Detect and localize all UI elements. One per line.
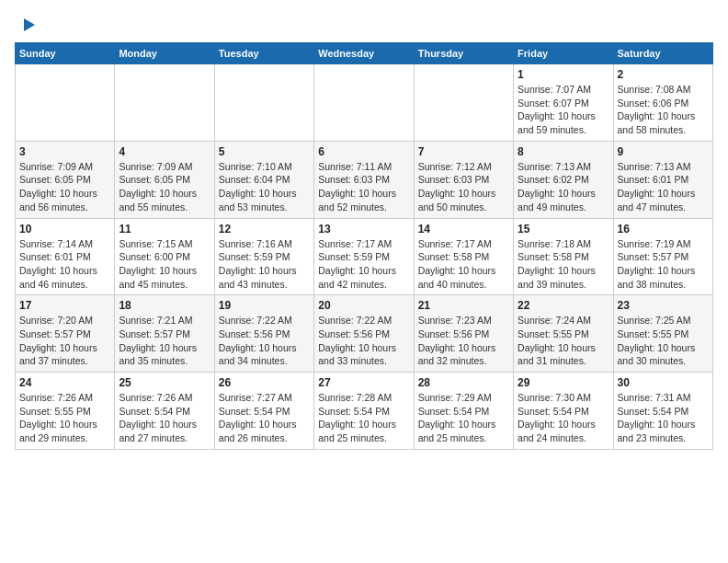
day-number: 11 (119, 223, 210, 236)
calendar-day-cell: 7Sunrise: 7:12 AM Sunset: 6:03 PM Daylig… (414, 141, 513, 218)
day-number: 14 (418, 223, 509, 236)
day-number: 21 (418, 299, 509, 312)
day-of-week-header: Saturday (613, 43, 712, 64)
day-number: 13 (318, 223, 409, 236)
day-number: 8 (518, 145, 609, 158)
calendar-day-cell (16, 64, 115, 142)
day-number: 18 (119, 299, 210, 312)
calendar-day-cell: 23Sunrise: 7:25 AM Sunset: 5:55 PM Dayli… (613, 295, 712, 373)
day-info: Sunrise: 7:09 AM Sunset: 6:05 PM Dayligh… (119, 160, 210, 214)
calendar-week-row: 10Sunrise: 7:14 AM Sunset: 6:01 PM Dayli… (16, 218, 713, 295)
day-number: 19 (219, 299, 310, 312)
calendar-day-cell: 15Sunrise: 7:18 AM Sunset: 5:58 PM Dayli… (514, 218, 613, 295)
calendar-day-cell: 9Sunrise: 7:13 AM Sunset: 6:01 PM Daylig… (613, 141, 712, 218)
day-info: Sunrise: 7:31 AM Sunset: 5:54 PM Dayligh… (618, 391, 709, 445)
day-number: 10 (19, 223, 110, 236)
day-info: Sunrise: 7:17 AM Sunset: 5:58 PM Dayligh… (418, 237, 509, 292)
day-number: 23 (618, 299, 709, 312)
calendar-day-cell: 30Sunrise: 7:31 AM Sunset: 5:54 PM Dayli… (613, 373, 712, 450)
calendar-week-row: 17Sunrise: 7:20 AM Sunset: 5:57 PM Dayli… (16, 295, 713, 373)
day-info: Sunrise: 7:13 AM Sunset: 6:02 PM Dayligh… (518, 160, 609, 214)
calendar-header-row: SundayMondayTuesdayWednesdayThursdayFrid… (16, 43, 713, 64)
calendar-day-cell (115, 64, 214, 142)
day-number: 26 (219, 376, 310, 389)
day-number: 3 (19, 145, 110, 158)
calendar-day-cell: 19Sunrise: 7:22 AM Sunset: 5:56 PM Dayli… (214, 295, 313, 373)
day-number: 4 (119, 145, 210, 158)
day-of-week-header: Thursday (414, 43, 513, 64)
logo-arrow-icon (17, 15, 37, 35)
day-info: Sunrise: 7:24 AM Sunset: 5:55 PM Dayligh… (518, 314, 609, 368)
day-number: 1 (518, 68, 609, 81)
day-info: Sunrise: 7:10 AM Sunset: 6:04 PM Dayligh… (219, 160, 310, 214)
day-number: 22 (518, 299, 609, 312)
calendar-day-cell (414, 64, 513, 142)
calendar-day-cell (314, 64, 414, 142)
day-number: 9 (618, 145, 709, 158)
day-info: Sunrise: 7:29 AM Sunset: 5:54 PM Dayligh… (418, 391, 509, 445)
day-number: 7 (418, 145, 509, 158)
calendar-day-cell: 3Sunrise: 7:09 AM Sunset: 6:05 PM Daylig… (16, 141, 115, 218)
calendar-day-cell: 14Sunrise: 7:17 AM Sunset: 5:58 PM Dayli… (414, 218, 513, 295)
day-info: Sunrise: 7:08 AM Sunset: 6:06 PM Dayligh… (618, 83, 709, 137)
day-number: 15 (518, 223, 609, 236)
calendar-day-cell: 13Sunrise: 7:17 AM Sunset: 5:59 PM Dayli… (314, 218, 414, 295)
day-info: Sunrise: 7:21 AM Sunset: 5:57 PM Dayligh… (119, 314, 210, 368)
page-header (15, 15, 713, 31)
day-info: Sunrise: 7:22 AM Sunset: 5:56 PM Dayligh… (318, 314, 409, 368)
calendar-day-cell: 16Sunrise: 7:19 AM Sunset: 5:57 PM Dayli… (613, 218, 712, 295)
calendar-day-cell: 24Sunrise: 7:26 AM Sunset: 5:55 PM Dayli… (16, 373, 115, 450)
calendar-week-row: 1Sunrise: 7:07 AM Sunset: 6:07 PM Daylig… (16, 64, 713, 142)
day-of-week-header: Monday (115, 43, 214, 64)
calendar-day-cell: 28Sunrise: 7:29 AM Sunset: 5:54 PM Dayli… (414, 373, 513, 450)
day-of-week-header: Wednesday (314, 43, 414, 64)
logo (15, 15, 37, 31)
day-info: Sunrise: 7:28 AM Sunset: 5:54 PM Dayligh… (318, 391, 409, 445)
calendar-day-cell: 22Sunrise: 7:24 AM Sunset: 5:55 PM Dayli… (514, 295, 613, 373)
calendar-day-cell: 26Sunrise: 7:27 AM Sunset: 5:54 PM Dayli… (214, 373, 313, 450)
day-number: 5 (219, 145, 310, 158)
svg-marker-0 (24, 18, 35, 31)
calendar-day-cell: 1Sunrise: 7:07 AM Sunset: 6:07 PM Daylig… (514, 64, 613, 142)
day-info: Sunrise: 7:16 AM Sunset: 5:59 PM Dayligh… (219, 237, 310, 292)
day-info: Sunrise: 7:07 AM Sunset: 6:07 PM Dayligh… (518, 83, 609, 137)
calendar-day-cell: 25Sunrise: 7:26 AM Sunset: 5:54 PM Dayli… (115, 373, 214, 450)
day-info: Sunrise: 7:14 AM Sunset: 6:01 PM Dayligh… (19, 237, 110, 292)
day-number: 30 (618, 376, 709, 389)
day-number: 29 (518, 376, 609, 389)
calendar-day-cell: 4Sunrise: 7:09 AM Sunset: 6:05 PM Daylig… (115, 141, 214, 218)
calendar-day-cell: 5Sunrise: 7:10 AM Sunset: 6:04 PM Daylig… (214, 141, 313, 218)
day-info: Sunrise: 7:11 AM Sunset: 6:03 PM Dayligh… (318, 160, 409, 214)
calendar-day-cell: 10Sunrise: 7:14 AM Sunset: 6:01 PM Dayli… (16, 218, 115, 295)
day-number: 25 (119, 376, 210, 389)
day-info: Sunrise: 7:23 AM Sunset: 5:56 PM Dayligh… (418, 314, 509, 368)
calendar-week-row: 3Sunrise: 7:09 AM Sunset: 6:05 PM Daylig… (16, 141, 713, 218)
day-number: 2 (618, 68, 709, 81)
day-info: Sunrise: 7:09 AM Sunset: 6:05 PM Dayligh… (19, 160, 110, 214)
day-info: Sunrise: 7:26 AM Sunset: 5:55 PM Dayligh… (19, 391, 110, 445)
day-info: Sunrise: 7:12 AM Sunset: 6:03 PM Dayligh… (418, 160, 509, 214)
day-number: 16 (618, 223, 709, 236)
calendar-day-cell: 21Sunrise: 7:23 AM Sunset: 5:56 PM Dayli… (414, 295, 513, 373)
calendar-table: SundayMondayTuesdayWednesdayThursdayFrid… (15, 42, 713, 450)
day-info: Sunrise: 7:26 AM Sunset: 5:54 PM Dayligh… (119, 391, 210, 445)
calendar-day-cell: 11Sunrise: 7:15 AM Sunset: 6:00 PM Dayli… (115, 218, 214, 295)
day-info: Sunrise: 7:15 AM Sunset: 6:00 PM Dayligh… (119, 237, 210, 292)
day-number: 27 (318, 376, 409, 389)
calendar-day-cell: 27Sunrise: 7:28 AM Sunset: 5:54 PM Dayli… (314, 373, 414, 450)
day-number: 17 (19, 299, 110, 312)
day-info: Sunrise: 7:22 AM Sunset: 5:56 PM Dayligh… (219, 314, 310, 368)
calendar-week-row: 24Sunrise: 7:26 AM Sunset: 5:55 PM Dayli… (16, 373, 713, 450)
day-info: Sunrise: 7:25 AM Sunset: 5:55 PM Dayligh… (618, 314, 709, 368)
day-of-week-header: Tuesday (214, 43, 313, 64)
day-info: Sunrise: 7:20 AM Sunset: 5:57 PM Dayligh… (19, 314, 110, 368)
day-of-week-header: Sunday (16, 43, 115, 64)
calendar-day-cell: 18Sunrise: 7:21 AM Sunset: 5:57 PM Dayli… (115, 295, 214, 373)
day-of-week-header: Friday (514, 43, 613, 64)
calendar-day-cell: 6Sunrise: 7:11 AM Sunset: 6:03 PM Daylig… (314, 141, 414, 218)
calendar-day-cell: 2Sunrise: 7:08 AM Sunset: 6:06 PM Daylig… (613, 64, 712, 142)
day-number: 6 (318, 145, 409, 158)
calendar-day-cell: 17Sunrise: 7:20 AM Sunset: 5:57 PM Dayli… (16, 295, 115, 373)
day-info: Sunrise: 7:18 AM Sunset: 5:58 PM Dayligh… (518, 237, 609, 292)
day-info: Sunrise: 7:27 AM Sunset: 5:54 PM Dayligh… (219, 391, 310, 445)
